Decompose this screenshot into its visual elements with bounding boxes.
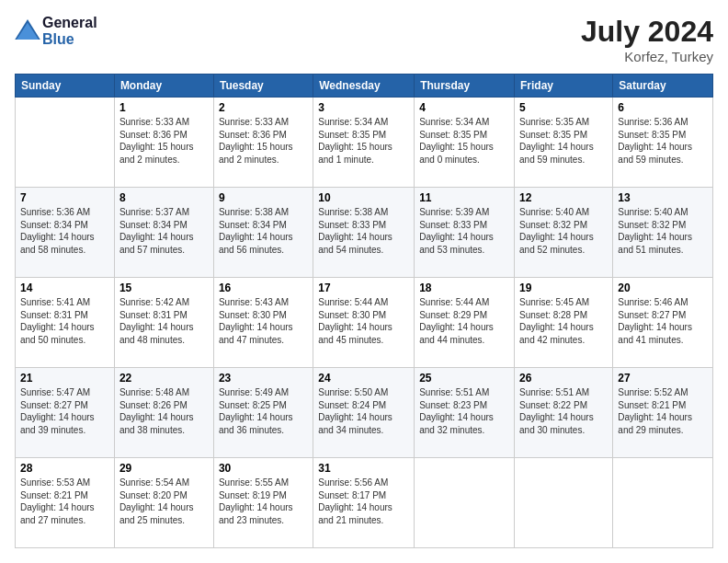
col-saturday: Saturday xyxy=(613,75,713,98)
daylight: Daylight: 14 hours and 51 minutes. xyxy=(618,232,692,255)
sunrise: Sunrise: 5:51 AM xyxy=(419,387,489,397)
sunrise: Sunrise: 5:53 AM xyxy=(20,477,90,488)
day-number: 15 xyxy=(119,282,209,294)
sunset: Sunset: 8:22 PM xyxy=(519,400,587,410)
day-info: Sunrise: 5:49 AMSunset: 8:25 PMDaylight:… xyxy=(219,386,308,436)
sunset: Sunset: 8:35 PM xyxy=(318,130,386,140)
daylight: Daylight: 14 hours and 41 minutes. xyxy=(618,322,692,345)
day-info: Sunrise: 5:38 AMSunset: 8:33 PMDaylight:… xyxy=(318,206,409,256)
sunset: Sunset: 8:30 PM xyxy=(219,310,287,320)
table-row: 12Sunrise: 5:40 AMSunset: 8:32 PMDayligh… xyxy=(515,188,613,278)
day-info: Sunrise: 5:34 AMSunset: 8:35 PMDaylight:… xyxy=(419,116,509,166)
sunrise: Sunrise: 5:44 AM xyxy=(419,297,489,307)
daylight: Daylight: 14 hours and 59 minutes. xyxy=(519,142,594,165)
col-monday: Monday xyxy=(114,75,213,98)
table-row: 2Sunrise: 5:33 AMSunset: 8:36 PMDaylight… xyxy=(213,98,313,188)
sunset: Sunset: 8:35 PM xyxy=(519,130,587,140)
sunrise: Sunrise: 5:51 AM xyxy=(519,387,589,397)
table-row: 19Sunrise: 5:45 AMSunset: 8:28 PMDayligh… xyxy=(515,278,613,368)
day-info: Sunrise: 5:42 AMSunset: 8:31 PMDaylight:… xyxy=(119,296,209,346)
daylight: Daylight: 15 hours and 2 minutes. xyxy=(119,142,194,165)
sunset: Sunset: 8:34 PM xyxy=(119,220,188,230)
sunset: Sunset: 8:21 PM xyxy=(20,490,88,500)
sunrise: Sunrise: 5:35 AM xyxy=(519,117,589,127)
day-number: 22 xyxy=(119,372,209,385)
table-row: 21Sunrise: 5:47 AMSunset: 8:27 PMDayligh… xyxy=(16,368,115,458)
daylight: Daylight: 14 hours and 27 minutes. xyxy=(20,502,95,525)
sunset: Sunset: 8:27 PM xyxy=(20,400,88,410)
day-info: Sunrise: 5:55 AMSunset: 8:19 PMDaylight:… xyxy=(219,477,308,526)
sunset: Sunset: 8:31 PM xyxy=(20,310,88,320)
sunset: Sunset: 8:19 PM xyxy=(219,490,287,500)
table-row: 20Sunrise: 5:46 AMSunset: 8:27 PMDayligh… xyxy=(613,278,713,368)
col-tuesday: Tuesday xyxy=(213,75,313,98)
sunset: Sunset: 8:31 PM xyxy=(119,310,188,320)
day-info: Sunrise: 5:46 AMSunset: 8:27 PMDaylight:… xyxy=(618,296,708,346)
sunrise: Sunrise: 5:37 AM xyxy=(119,207,189,217)
day-number: 17 xyxy=(318,282,409,294)
table-row: 31Sunrise: 5:56 AMSunset: 8:17 PMDayligh… xyxy=(313,458,415,548)
day-number: 4 xyxy=(419,101,509,114)
sunrise: Sunrise: 5:40 AM xyxy=(618,207,688,217)
title-section: July 2024 Korfez, Turkey xyxy=(581,15,713,64)
daylight: Daylight: 14 hours and 25 minutes. xyxy=(119,502,194,525)
daylight: Daylight: 14 hours and 58 minutes. xyxy=(20,232,95,255)
sunrise: Sunrise: 5:38 AM xyxy=(219,207,289,217)
sunrise: Sunrise: 5:33 AM xyxy=(219,117,289,127)
day-info: Sunrise: 5:56 AMSunset: 8:17 PMDaylight:… xyxy=(318,477,409,526)
day-info: Sunrise: 5:53 AMSunset: 8:21 PMDaylight:… xyxy=(20,477,109,526)
sunrise: Sunrise: 5:46 AM xyxy=(618,297,688,307)
daylight: Daylight: 14 hours and 39 minutes. xyxy=(20,412,95,435)
day-info: Sunrise: 5:44 AMSunset: 8:30 PMDaylight:… xyxy=(318,296,409,346)
sunset: Sunset: 8:28 PM xyxy=(519,310,587,320)
sunrise: Sunrise: 5:55 AM xyxy=(219,477,289,488)
daylight: Daylight: 14 hours and 23 minutes. xyxy=(219,502,293,525)
day-info: Sunrise: 5:44 AMSunset: 8:29 PMDaylight:… xyxy=(419,296,509,346)
sunset: Sunset: 8:34 PM xyxy=(219,220,287,230)
col-wednesday: Wednesday xyxy=(313,75,415,98)
day-info: Sunrise: 5:40 AMSunset: 8:32 PMDaylight:… xyxy=(618,206,708,256)
sunset: Sunset: 8:33 PM xyxy=(318,220,386,230)
day-info: Sunrise: 5:36 AMSunset: 8:35 PMDaylight:… xyxy=(618,116,708,166)
table-row: 23Sunrise: 5:49 AMSunset: 8:25 PMDayligh… xyxy=(213,368,313,458)
table-row: 14Sunrise: 5:41 AMSunset: 8:31 PMDayligh… xyxy=(16,278,115,368)
sunset: Sunset: 8:27 PM xyxy=(618,310,686,320)
day-number: 31 xyxy=(318,462,409,475)
day-number: 9 xyxy=(219,191,308,204)
page: General Blue July 2024 Korfez, Turkey Su… xyxy=(0,0,728,563)
daylight: Daylight: 15 hours and 2 minutes. xyxy=(219,142,293,165)
daylight: Daylight: 14 hours and 57 minutes. xyxy=(119,232,194,255)
sunrise: Sunrise: 5:40 AM xyxy=(519,207,589,217)
day-info: Sunrise: 5:51 AMSunset: 8:23 PMDaylight:… xyxy=(419,386,509,436)
sunset: Sunset: 8:29 PM xyxy=(419,310,487,320)
table-row: 16Sunrise: 5:43 AMSunset: 8:30 PMDayligh… xyxy=(213,278,313,368)
day-number: 29 xyxy=(119,462,209,475)
sunrise: Sunrise: 5:36 AM xyxy=(618,117,688,127)
day-info: Sunrise: 5:52 AMSunset: 8:21 PMDaylight:… xyxy=(618,386,708,436)
daylight: Daylight: 14 hours and 21 minutes. xyxy=(318,502,392,525)
sunrise: Sunrise: 5:45 AM xyxy=(519,297,589,307)
daylight: Daylight: 14 hours and 34 minutes. xyxy=(318,412,392,435)
day-info: Sunrise: 5:41 AMSunset: 8:31 PMDaylight:… xyxy=(20,296,109,346)
daylight: Daylight: 14 hours and 32 minutes. xyxy=(419,412,494,435)
sunset: Sunset: 8:17 PM xyxy=(318,490,386,500)
table-row: 27Sunrise: 5:52 AMSunset: 8:21 PMDayligh… xyxy=(613,368,713,458)
day-info: Sunrise: 5:34 AMSunset: 8:35 PMDaylight:… xyxy=(318,116,409,166)
table-row: 17Sunrise: 5:44 AMSunset: 8:30 PMDayligh… xyxy=(313,278,415,368)
table-row: 30Sunrise: 5:55 AMSunset: 8:19 PMDayligh… xyxy=(213,458,313,548)
day-info: Sunrise: 5:50 AMSunset: 8:24 PMDaylight:… xyxy=(318,386,409,436)
header: General Blue July 2024 Korfez, Turkey xyxy=(15,15,713,64)
daylight: Daylight: 14 hours and 52 minutes. xyxy=(519,232,594,255)
day-info: Sunrise: 5:47 AMSunset: 8:27 PMDaylight:… xyxy=(20,386,109,436)
day-info: Sunrise: 5:36 AMSunset: 8:34 PMDaylight:… xyxy=(20,206,109,256)
sunset: Sunset: 8:35 PM xyxy=(618,130,686,140)
table-row: 8Sunrise: 5:37 AMSunset: 8:34 PMDaylight… xyxy=(114,188,213,278)
day-number: 5 xyxy=(519,101,608,114)
day-number: 28 xyxy=(20,462,109,475)
day-number: 2 xyxy=(219,101,308,114)
sunset: Sunset: 8:36 PM xyxy=(119,130,188,140)
day-info: Sunrise: 5:51 AMSunset: 8:22 PMDaylight:… xyxy=(519,386,608,436)
sunrise: Sunrise: 5:54 AM xyxy=(119,477,189,488)
table-row: 7Sunrise: 5:36 AMSunset: 8:34 PMDaylight… xyxy=(16,188,115,278)
svg-marker-1 xyxy=(17,23,39,40)
